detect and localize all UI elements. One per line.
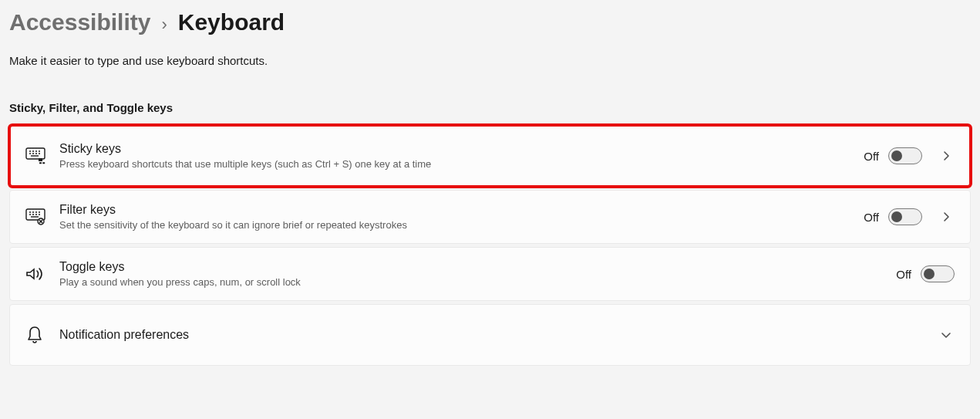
bell-icon [25,325,59,345]
toggle-state-label: Off [864,150,879,163]
setting-row-sticky-keys[interactable]: Sticky keys Press keyboard shortcuts tha… [9,125,971,187]
toggle-keys-toggle[interactable] [921,265,955,282]
svg-rect-11 [39,162,42,164]
page-subtitle: Make it easier to type and use keyboard … [9,54,971,67]
sticky-keys-toggle[interactable] [888,147,922,164]
svg-rect-12 [42,162,45,164]
setting-row-toggle-keys[interactable]: Toggle keys Play a sound when you press … [9,247,971,301]
expand-sticky-keys-button[interactable] [938,150,955,161]
setting-title: Filter keys [59,201,864,218]
section-heading: Sticky, Filter, and Toggle keys [9,101,971,114]
setting-title: Notification preferences [59,326,931,343]
expand-filter-keys-button[interactable] [938,211,955,222]
breadcrumb-parent[interactable]: Accessibility [9,9,150,35]
toggle-knob [891,211,902,222]
expand-notification-preferences-button[interactable] [938,329,955,340]
toggle-knob [891,150,902,161]
setting-title: Sticky keys [59,140,864,157]
toggle-state-label: Off [896,268,911,281]
breadcrumb-separator-icon: › [161,15,167,35]
filter-keys-icon [25,208,59,225]
setting-title: Toggle keys [59,258,896,275]
setting-row-filter-keys[interactable]: Filter keys Set the sensitivity of the k… [9,190,971,244]
setting-description: Set the sensitivity of the keyboard so i… [59,218,864,232]
toggle-state-label: Off [864,211,879,224]
breadcrumb: Accessibility › Keyboard [9,9,971,35]
toggle-knob [924,269,935,279]
breadcrumb-current: Keyboard [178,9,285,35]
setting-description: Press keyboard shortcuts that use multip… [59,157,864,171]
svg-rect-10 [39,158,42,161]
sticky-keys-icon [25,147,59,164]
setting-row-notification-preferences[interactable]: Notification preferences [9,304,971,366]
setting-description: Play a sound when you press caps, num, o… [59,275,896,289]
filter-keys-toggle[interactable] [888,208,922,225]
toggle-keys-icon [25,265,59,282]
